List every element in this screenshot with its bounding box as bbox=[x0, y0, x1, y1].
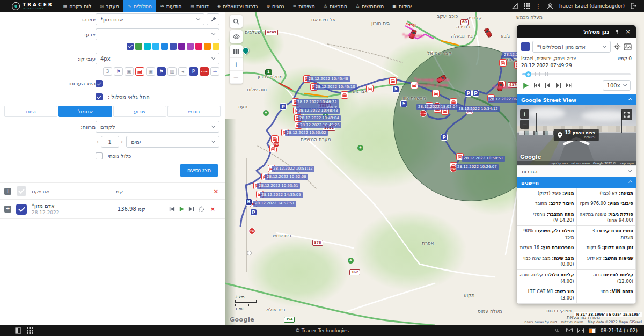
close-panel-icon[interactable]: × bbox=[625, 28, 631, 35]
points-toggle[interactable]: ◂ bbox=[178, 67, 187, 76]
days-count-input[interactable] bbox=[101, 136, 119, 148]
map-timestamp-label[interactable]: 28.12.2022 10:50:51 bbox=[462, 156, 505, 162]
map-timestamp-label[interactable]: 28.12.2022 14:52:51 bbox=[253, 201, 296, 207]
playback-rate-select[interactable]: 100x bbox=[603, 80, 631, 91]
range-tab[interactable]: היום bbox=[4, 106, 57, 117]
map-timestamp-label[interactable]: 28.12.2022 10:53:51 bbox=[257, 183, 300, 189]
color-swatch[interactable] bbox=[187, 43, 194, 50]
map-timestamp-label[interactable]: 28.12.2022 10:52:08 bbox=[265, 174, 308, 180]
menu-item-1[interactable]: ▦לוח בקרה bbox=[59, 0, 96, 12]
parking-toggle[interactable]: P bbox=[189, 67, 198, 76]
map-timestamp-label[interactable]: 28.12.2022 10:49:25 bbox=[298, 122, 341, 128]
map-timestamp-label[interactable]: 28.12.2022 10:48:43 bbox=[297, 108, 340, 114]
parking-marker[interactable]: P bbox=[472, 90, 479, 97]
color-swatch[interactable] bbox=[135, 43, 142, 50]
color-swatch[interactable] bbox=[178, 43, 185, 50]
attribution-link[interactable]: דיווח על שגיאה במפה bbox=[524, 320, 557, 324]
sensors-section-header[interactable]: חיישנים bbox=[517, 177, 636, 188]
car-event-marker[interactable] bbox=[366, 85, 374, 92]
unit-settings-button[interactable] bbox=[207, 13, 219, 25]
slider-handle[interactable] bbox=[525, 71, 531, 77]
color-swatch[interactable] bbox=[161, 43, 168, 50]
play-icon[interactable] bbox=[522, 82, 529, 89]
menu-item-11[interactable]: ▣יחידות bbox=[388, 0, 416, 12]
range-tab[interactable]: שבוע bbox=[113, 106, 166, 117]
menu-item-3[interactable]: ∿מסלולים bbox=[123, 0, 156, 12]
map-timestamp-label[interactable]: 28.12.2022 10:51:12 bbox=[272, 166, 314, 172]
map-timestamp-label[interactable]: 28.12.2022 10:50:02 bbox=[285, 130, 328, 136]
map-traffic-button[interactable] bbox=[230, 45, 243, 58]
menu-item-7[interactable]: ⊕נהגים bbox=[262, 0, 288, 12]
map-timestamp-label[interactable]: 28.12.2022 10:45:10 bbox=[314, 84, 357, 90]
play-route-icon[interactable] bbox=[179, 206, 185, 212]
direction-toggle[interactable]: → bbox=[210, 67, 219, 76]
flag-marker[interactable]: ⚑ bbox=[400, 100, 407, 107]
streetview-attribution-link[interactable]: © 2022 Google bbox=[593, 162, 616, 165]
map-zoom-out-button[interactable]: − bbox=[230, 71, 243, 84]
menu-item-2[interactable]: ◎מעקב bbox=[96, 0, 123, 12]
flag-marker[interactable]: ⚑ bbox=[392, 86, 399, 93]
object-row[interactable]: + אדם מזון* 28.12.2022 136.98 קמ × bbox=[0, 200, 225, 219]
skip-end-icon[interactable] bbox=[188, 206, 194, 212]
map-timestamp-label[interactable]: 28.12.2022 10:34:12 bbox=[457, 106, 500, 112]
attribution-link[interactable]: תנאים והגבלות bbox=[561, 320, 583, 324]
menu-item-6[interactable]: ◈גדרות וירטואלים bbox=[213, 0, 262, 12]
parking-marker[interactable]: P bbox=[250, 209, 257, 216]
menu-item-9[interactable]: ⚠התראות bbox=[319, 0, 352, 12]
language-flag-icon[interactable] bbox=[589, 328, 596, 333]
color-swatch[interactable] bbox=[152, 43, 159, 50]
notifications-icon[interactable] bbox=[566, 328, 573, 333]
expand-row-button[interactable]: + bbox=[4, 206, 11, 213]
range-tab[interactable]: אתמול bbox=[58, 106, 112, 117]
unit-select[interactable]: אדם מזון* bbox=[96, 13, 204, 25]
stepper-decrement[interactable]: ‹ bbox=[96, 139, 100, 144]
parking-marker[interactable]: P bbox=[465, 90, 472, 97]
route-endpoint-marker[interactable] bbox=[247, 251, 252, 255]
range-tab[interactable]: חודש bbox=[167, 106, 221, 117]
streetview-attribution-link[interactable]: מקשי קיצור bbox=[619, 162, 634, 165]
parking-marker[interactable]: P bbox=[280, 103, 287, 110]
map-timestamp-label[interactable]: 28.12.2022 10:26:07 bbox=[456, 164, 499, 170]
skip-to-end-icon[interactable] bbox=[566, 83, 572, 88]
start-marker[interactable]: B bbox=[245, 199, 252, 206]
stop-marker[interactable]: STOP bbox=[420, 110, 427, 117]
show-trip-button[interactable]: הצג נסיעה bbox=[180, 164, 218, 177]
pin-panel-icon[interactable] bbox=[614, 29, 620, 34]
follow-target-icon[interactable] bbox=[613, 43, 621, 50]
user-avatar-icon[interactable] bbox=[547, 3, 554, 10]
attribution-link[interactable]: Map data ©2022 Mapa GISrael bbox=[588, 320, 642, 324]
car-event-marker[interactable] bbox=[341, 91, 348, 99]
color-swatch[interactable] bbox=[213, 43, 219, 50]
menu-item-8[interactable]: ≡משימות bbox=[288, 0, 319, 12]
color-select[interactable] bbox=[96, 28, 219, 40]
skip-to-start-icon[interactable] bbox=[534, 83, 540, 88]
stop-marker[interactable]: STOP bbox=[273, 141, 280, 148]
player-unit-select[interactable]: אדם מזון (מסלולים)* bbox=[532, 41, 611, 53]
map-timestamp-label[interactable]: 28.12.2022 10:45:48 bbox=[307, 76, 350, 82]
select-all-checkbox[interactable] bbox=[17, 186, 26, 196]
keyboard-icon[interactable] bbox=[554, 328, 561, 333]
color-swatch[interactable] bbox=[144, 43, 151, 50]
expand-all-button[interactable]: + bbox=[4, 188, 11, 195]
geofence-shape-icon[interactable] bbox=[198, 206, 204, 213]
route-detector-checkbox[interactable] bbox=[96, 93, 103, 100]
remove-object-button[interactable]: × bbox=[208, 206, 217, 213]
car-event-marker[interactable] bbox=[432, 90, 440, 97]
playback-slider[interactable] bbox=[522, 73, 631, 75]
line-width-select[interactable]: 4px bbox=[96, 53, 219, 64]
tracer-logo[interactable]: TRACER TECHNOLOGIES bbox=[0, 2, 59, 10]
kebab-menu-icon[interactable]: ⋮ bbox=[535, 3, 542, 10]
track-color-box[interactable] bbox=[521, 42, 530, 51]
snapshots-toggle[interactable]: ▣ bbox=[146, 67, 155, 76]
step-back-icon[interactable] bbox=[545, 83, 551, 88]
map-timestamp-label[interactable]: 28.12.2022 10:49:04 bbox=[298, 115, 341, 121]
streetview-zoom-in[interactable]: + bbox=[520, 109, 529, 119]
skip-start-icon[interactable] bbox=[169, 206, 175, 212]
interval-select[interactable]: לקודם bbox=[96, 121, 219, 133]
gallery-icon[interactable] bbox=[577, 328, 584, 333]
color-swatch[interactable] bbox=[204, 43, 211, 50]
parking-marker[interactable]: P bbox=[441, 134, 448, 141]
streetview-attribution-link[interactable]: דיווח על בעיה bbox=[551, 162, 568, 165]
measure-icon[interactable] bbox=[511, 3, 518, 10]
streetview-attribution-link[interactable]: תנאים והגבלות bbox=[571, 162, 590, 165]
